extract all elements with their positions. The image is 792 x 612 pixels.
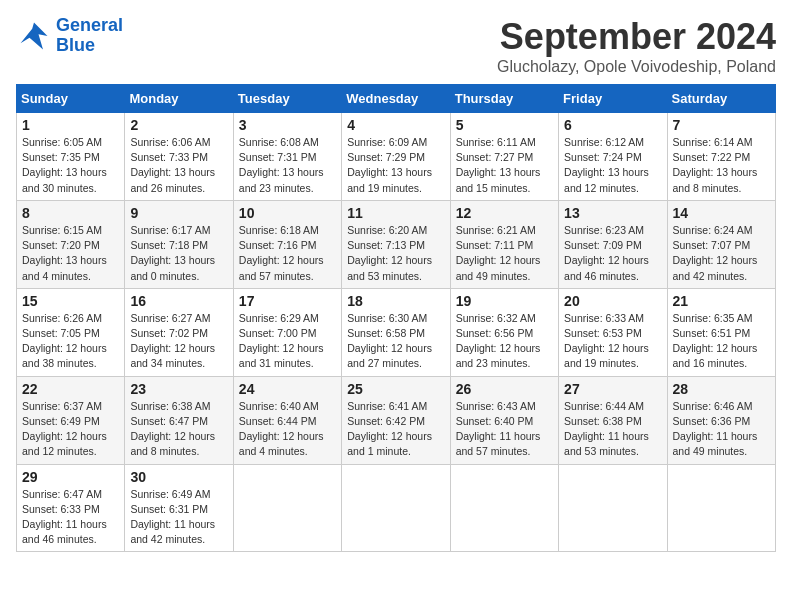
calendar-cell: 17Sunrise: 6:29 AM Sunset: 7:00 PM Dayli… <box>233 288 341 376</box>
calendar-week-row: 15Sunrise: 6:26 AM Sunset: 7:05 PM Dayli… <box>17 288 776 376</box>
day-number: 9 <box>130 205 227 221</box>
calendar-cell: 9Sunrise: 6:17 AM Sunset: 7:18 PM Daylig… <box>125 200 233 288</box>
day-number: 6 <box>564 117 661 133</box>
svg-marker-0 <box>21 22 48 49</box>
calendar-cell: 28Sunrise: 6:46 AM Sunset: 6:36 PM Dayli… <box>667 376 775 464</box>
calendar-cell: 26Sunrise: 6:43 AM Sunset: 6:40 PM Dayli… <box>450 376 558 464</box>
day-info: Sunrise: 6:30 AM Sunset: 6:58 PM Dayligh… <box>347 311 444 372</box>
calendar-cell: 3Sunrise: 6:08 AM Sunset: 7:31 PM Daylig… <box>233 113 341 201</box>
day-number: 22 <box>22 381 119 397</box>
day-info: Sunrise: 6:14 AM Sunset: 7:22 PM Dayligh… <box>673 135 770 196</box>
calendar-cell: 29Sunrise: 6:47 AM Sunset: 6:33 PM Dayli… <box>17 464 125 552</box>
weekday-header-thursday: Thursday <box>450 85 558 113</box>
calendar-cell: 12Sunrise: 6:21 AM Sunset: 7:11 PM Dayli… <box>450 200 558 288</box>
day-number: 1 <box>22 117 119 133</box>
day-number: 23 <box>130 381 227 397</box>
calendar-cell: 19Sunrise: 6:32 AM Sunset: 6:56 PM Dayli… <box>450 288 558 376</box>
day-info: Sunrise: 6:17 AM Sunset: 7:18 PM Dayligh… <box>130 223 227 284</box>
calendar-cell: 8Sunrise: 6:15 AM Sunset: 7:20 PM Daylig… <box>17 200 125 288</box>
calendar-week-row: 22Sunrise: 6:37 AM Sunset: 6:49 PM Dayli… <box>17 376 776 464</box>
calendar-cell: 25Sunrise: 6:41 AM Sunset: 6:42 PM Dayli… <box>342 376 450 464</box>
calendar-cell: 1Sunrise: 6:05 AM Sunset: 7:35 PM Daylig… <box>17 113 125 201</box>
day-info: Sunrise: 6:26 AM Sunset: 7:05 PM Dayligh… <box>22 311 119 372</box>
calendar-cell <box>559 464 667 552</box>
calendar-week-row: 1Sunrise: 6:05 AM Sunset: 7:35 PM Daylig… <box>17 113 776 201</box>
calendar-cell: 14Sunrise: 6:24 AM Sunset: 7:07 PM Dayli… <box>667 200 775 288</box>
day-info: Sunrise: 6:37 AM Sunset: 6:49 PM Dayligh… <box>22 399 119 460</box>
calendar-cell: 7Sunrise: 6:14 AM Sunset: 7:22 PM Daylig… <box>667 113 775 201</box>
day-info: Sunrise: 6:41 AM Sunset: 6:42 PM Dayligh… <box>347 399 444 460</box>
day-number: 16 <box>130 293 227 309</box>
calendar-cell <box>342 464 450 552</box>
calendar-cell: 2Sunrise: 6:06 AM Sunset: 7:33 PM Daylig… <box>125 113 233 201</box>
day-info: Sunrise: 6:08 AM Sunset: 7:31 PM Dayligh… <box>239 135 336 196</box>
calendar-cell: 10Sunrise: 6:18 AM Sunset: 7:16 PM Dayli… <box>233 200 341 288</box>
day-number: 14 <box>673 205 770 221</box>
weekday-header-sunday: Sunday <box>17 85 125 113</box>
calendar-cell: 5Sunrise: 6:11 AM Sunset: 7:27 PM Daylig… <box>450 113 558 201</box>
logo-blue: Blue <box>56 36 123 56</box>
weekday-header-monday: Monday <box>125 85 233 113</box>
day-number: 13 <box>564 205 661 221</box>
day-number: 20 <box>564 293 661 309</box>
day-number: 18 <box>347 293 444 309</box>
calendar-cell: 24Sunrise: 6:40 AM Sunset: 6:44 PM Dayli… <box>233 376 341 464</box>
day-number: 19 <box>456 293 553 309</box>
calendar-week-row: 8Sunrise: 6:15 AM Sunset: 7:20 PM Daylig… <box>17 200 776 288</box>
title-area: September 2024 Glucholazy, Opole Voivode… <box>497 16 776 76</box>
day-info: Sunrise: 6:06 AM Sunset: 7:33 PM Dayligh… <box>130 135 227 196</box>
logo-text: General Blue <box>56 16 123 56</box>
calendar-cell <box>667 464 775 552</box>
day-info: Sunrise: 6:23 AM Sunset: 7:09 PM Dayligh… <box>564 223 661 284</box>
weekday-header-saturday: Saturday <box>667 85 775 113</box>
day-info: Sunrise: 6:09 AM Sunset: 7:29 PM Dayligh… <box>347 135 444 196</box>
calendar-week-row: 29Sunrise: 6:47 AM Sunset: 6:33 PM Dayli… <box>17 464 776 552</box>
day-info: Sunrise: 6:49 AM Sunset: 6:31 PM Dayligh… <box>130 487 227 548</box>
day-number: 29 <box>22 469 119 485</box>
calendar-cell: 6Sunrise: 6:12 AM Sunset: 7:24 PM Daylig… <box>559 113 667 201</box>
day-info: Sunrise: 6:38 AM Sunset: 6:47 PM Dayligh… <box>130 399 227 460</box>
logo-general: General <box>56 15 123 35</box>
day-number: 27 <box>564 381 661 397</box>
header: General Blue September 2024 Glucholazy, … <box>16 16 776 76</box>
day-info: Sunrise: 6:18 AM Sunset: 7:16 PM Dayligh… <box>239 223 336 284</box>
day-info: Sunrise: 6:33 AM Sunset: 6:53 PM Dayligh… <box>564 311 661 372</box>
calendar-cell <box>233 464 341 552</box>
day-number: 28 <box>673 381 770 397</box>
day-number: 3 <box>239 117 336 133</box>
calendar-cell <box>450 464 558 552</box>
day-info: Sunrise: 6:43 AM Sunset: 6:40 PM Dayligh… <box>456 399 553 460</box>
day-number: 11 <box>347 205 444 221</box>
day-info: Sunrise: 6:20 AM Sunset: 7:13 PM Dayligh… <box>347 223 444 284</box>
month-title: September 2024 <box>497 16 776 58</box>
day-info: Sunrise: 6:44 AM Sunset: 6:38 PM Dayligh… <box>564 399 661 460</box>
day-number: 4 <box>347 117 444 133</box>
day-info: Sunrise: 6:27 AM Sunset: 7:02 PM Dayligh… <box>130 311 227 372</box>
day-number: 2 <box>130 117 227 133</box>
day-info: Sunrise: 6:35 AM Sunset: 6:51 PM Dayligh… <box>673 311 770 372</box>
calendar-cell: 22Sunrise: 6:37 AM Sunset: 6:49 PM Dayli… <box>17 376 125 464</box>
day-info: Sunrise: 6:21 AM Sunset: 7:11 PM Dayligh… <box>456 223 553 284</box>
calendar-cell: 18Sunrise: 6:30 AM Sunset: 6:58 PM Dayli… <box>342 288 450 376</box>
weekday-header-wednesday: Wednesday <box>342 85 450 113</box>
day-number: 30 <box>130 469 227 485</box>
logo-icon <box>16 18 52 54</box>
day-number: 21 <box>673 293 770 309</box>
day-info: Sunrise: 6:12 AM Sunset: 7:24 PM Dayligh… <box>564 135 661 196</box>
calendar-cell: 15Sunrise: 6:26 AM Sunset: 7:05 PM Dayli… <box>17 288 125 376</box>
calendar-header-row: SundayMondayTuesdayWednesdayThursdayFrid… <box>17 85 776 113</box>
day-number: 17 <box>239 293 336 309</box>
day-number: 10 <box>239 205 336 221</box>
day-number: 7 <box>673 117 770 133</box>
calendar-cell: 11Sunrise: 6:20 AM Sunset: 7:13 PM Dayli… <box>342 200 450 288</box>
calendar-cell: 4Sunrise: 6:09 AM Sunset: 7:29 PM Daylig… <box>342 113 450 201</box>
location-title: Glucholazy, Opole Voivodeship, Poland <box>497 58 776 76</box>
calendar-cell: 16Sunrise: 6:27 AM Sunset: 7:02 PM Dayli… <box>125 288 233 376</box>
day-number: 26 <box>456 381 553 397</box>
day-info: Sunrise: 6:40 AM Sunset: 6:44 PM Dayligh… <box>239 399 336 460</box>
day-number: 8 <box>22 205 119 221</box>
day-info: Sunrise: 6:29 AM Sunset: 7:00 PM Dayligh… <box>239 311 336 372</box>
day-info: Sunrise: 6:46 AM Sunset: 6:36 PM Dayligh… <box>673 399 770 460</box>
calendar-cell: 21Sunrise: 6:35 AM Sunset: 6:51 PM Dayli… <box>667 288 775 376</box>
calendar-cell: 13Sunrise: 6:23 AM Sunset: 7:09 PM Dayli… <box>559 200 667 288</box>
